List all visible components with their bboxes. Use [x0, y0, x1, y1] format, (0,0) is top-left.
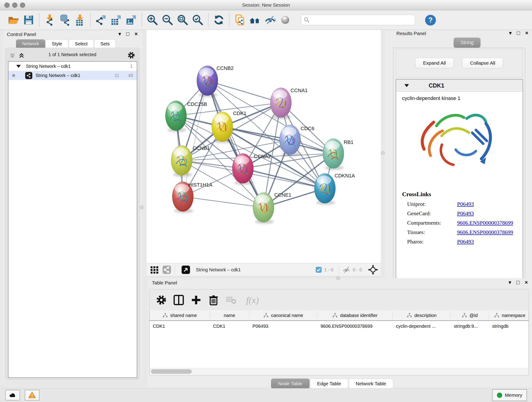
tab-edge-table[interactable]: Edge Table: [310, 379, 348, 389]
gene-section-header[interactable]: CDK1: [396, 80, 523, 92]
table-cell[interactable]: P06493: [249, 324, 317, 329]
table-cell[interactable]: cyclin-dependent ...: [393, 324, 451, 329]
import-table-icon: [74, 14, 86, 26]
search-input[interactable]: [310, 16, 415, 24]
column-header-namespace[interactable]: namespace: [489, 310, 529, 320]
birds-eye-view-icon[interactable]: [181, 265, 190, 274]
crosslink-link[interactable]: P06493: [457, 239, 474, 245]
panel-menu-icon[interactable]: ▾: [118, 31, 121, 37]
duplicate-network-button[interactable]: [232, 12, 247, 28]
warnings-button[interactable]: [25, 390, 39, 400]
import-network-from-database-button[interactable]: [57, 12, 72, 28]
search-box[interactable]: [301, 15, 415, 25]
panel-menu-icon[interactable]: ▾: [508, 280, 511, 285]
edge-CCNE1-CCNB2[interactable]: [207, 81, 264, 207]
network-row[interactable]: String Network – cdk1 11 48: [8, 71, 137, 80]
node-CCNE1[interactable]: CCNE1: [253, 192, 291, 224]
table-options-gear-icon[interactable]: [156, 294, 167, 306]
table-hscroll-thumb[interactable]: [151, 369, 192, 374]
hidden-items-eye-slash-icon[interactable]: [342, 266, 351, 273]
left-splitter-grip[interactable]: [140, 205, 144, 209]
node-HIST1H1A[interactable]: HIST1H1A: [172, 182, 212, 213]
edge-CCNB2-HIST1H1A[interactable]: [183, 81, 207, 197]
tab-style[interactable]: Style: [46, 39, 68, 48]
zoom-selected-button[interactable]: [190, 12, 205, 28]
fit-selected-crosshair-icon[interactable]: [368, 265, 378, 275]
zoom-fit-content-button[interactable]: [175, 12, 190, 28]
table-row[interactable]: CDK1CDK1P064939606.ENSP00000378699cyclin…: [150, 321, 529, 332]
import-network-button[interactable]: [42, 12, 57, 28]
node-CCNB1[interactable]: CCNB1: [171, 145, 210, 177]
crosslink-link[interactable]: 9606.ENSP00000378699: [457, 229, 513, 235]
cloud-status-button[interactable]: [5, 390, 20, 400]
network-view-icon[interactable]: [162, 265, 171, 274]
edge-CCNE1-HIST1H1A[interactable]: [183, 197, 264, 207]
delete-column-trash-icon[interactable]: [208, 294, 219, 306]
export-network-button[interactable]: [94, 12, 109, 28]
memory-button[interactable]: Memory: [492, 389, 527, 401]
close-panel-icon[interactable]: ×: [134, 31, 138, 37]
memory-status-dot-icon: [497, 393, 502, 398]
table-cell[interactable]: stringdb:9...: [451, 324, 489, 329]
table-cell[interactable]: stringdb: [489, 324, 529, 329]
crosslink-link[interactable]: 9606.ENSP00000378699: [457, 220, 513, 226]
right-splitter-grip[interactable]: [381, 151, 385, 155]
export-table-button[interactable]: [109, 12, 124, 28]
network-options-gear-icon[interactable]: [127, 51, 135, 59]
tab-select[interactable]: Select: [69, 39, 94, 48]
table-cell[interactable]: CDK1: [150, 324, 210, 329]
float-panel-icon[interactable]: □: [516, 280, 520, 285]
column-header-shared-name[interactable]: shared name: [150, 310, 210, 320]
show-columns-icon[interactable]: [173, 294, 184, 306]
close-panel-icon[interactable]: ×: [525, 30, 528, 36]
column-header-description[interactable]: description: [393, 310, 451, 320]
close-panel-icon[interactable]: ×: [525, 280, 528, 285]
bottom-splitter-grip[interactable]: [336, 276, 340, 280]
column-header-database-identifier[interactable]: database identifier: [317, 310, 393, 320]
expand-all-button[interactable]: Expand All: [415, 58, 454, 68]
tab-node-table[interactable]: Node Table: [271, 379, 310, 389]
save-session-button[interactable]: [21, 12, 36, 28]
zoom-in-button[interactable]: [145, 12, 160, 28]
tab-network-table[interactable]: Network Table: [349, 379, 393, 389]
hide-selected-button[interactable]: [263, 12, 278, 28]
collapse-all-button[interactable]: Collapse All: [462, 58, 503, 68]
collapse-collection-icon[interactable]: [16, 65, 21, 68]
network-canvas[interactable]: CCNB2CCNA1CDC25BCDK1CDC6RB1CCNB1CCNA2CDK…: [147, 30, 381, 263]
string-results-tab[interactable]: String: [454, 38, 481, 48]
export-image-button[interactable]: [124, 12, 139, 28]
edge-CCNB2-CCNA1[interactable]: [207, 81, 281, 103]
table-cell[interactable]: 9606.ENSP00000378699: [317, 324, 393, 329]
refresh-network-button[interactable]: [211, 12, 226, 28]
help-button[interactable]: ?: [423, 14, 435, 26]
column-header-canonical-name[interactable]: canonical name: [249, 310, 317, 320]
show-all-button[interactable]: [278, 12, 293, 28]
crosslink-link[interactable]: P06493: [457, 211, 474, 217]
protein-structure-image: [414, 96, 506, 186]
open-session-button[interactable]: [6, 12, 21, 28]
node-CDC6[interactable]: CDC6: [279, 125, 314, 156]
network-edges: [176, 81, 333, 207]
show-grid-icon[interactable]: [150, 265, 159, 274]
tab-sets[interactable]: Sets: [94, 39, 116, 48]
create-column-plus-icon[interactable]: [190, 294, 202, 306]
node-table[interactable]: shared namenamecanonical namedatabase id…: [149, 310, 529, 368]
import-table-button[interactable]: [72, 12, 88, 28]
network-collection-row[interactable]: String Network – cdk1 1: [8, 62, 137, 71]
table-hscrollbar[interactable]: [149, 368, 529, 375]
collapse-gene-icon[interactable]: [404, 84, 409, 87]
node-RB1[interactable]: RB1: [323, 139, 354, 170]
node-CCNA1[interactable]: CCNA1: [270, 88, 308, 119]
column-header-name[interactable]: name: [210, 310, 249, 320]
crosslink-link[interactable]: P06493: [457, 201, 474, 207]
selected-items-checkbox-icon[interactable]: [316, 267, 322, 273]
panel-menu-icon[interactable]: ▾: [509, 30, 512, 36]
float-panel-icon[interactable]: □: [517, 30, 520, 36]
first-neighbors-button[interactable]: [247, 12, 263, 28]
table-cell[interactable]: CDK1: [210, 324, 249, 329]
zoom-out-button[interactable]: [160, 12, 175, 28]
tab-network[interactable]: Network: [16, 39, 45, 48]
float-panel-icon[interactable]: □: [126, 31, 129, 37]
node-CDKN1A[interactable]: CDKN1A: [314, 173, 355, 205]
column-header--id[interactable]: @id: [451, 310, 489, 320]
